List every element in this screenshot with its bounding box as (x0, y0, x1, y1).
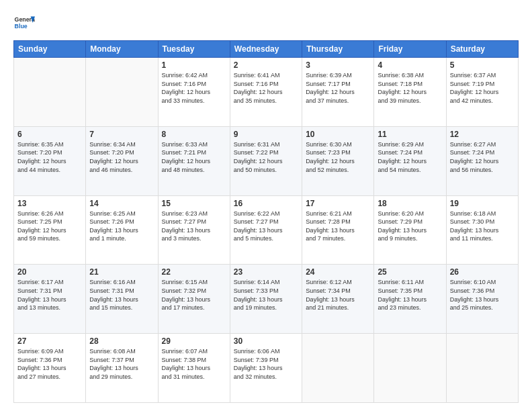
day-number: 7 (89, 130, 154, 139)
day-number: 18 (378, 199, 442, 208)
day-info: Sunrise: 6:34 AM Sunset: 7:20 PM Dayligh… (89, 140, 154, 174)
day-info: Sunrise: 6:38 AM Sunset: 7:18 PM Dayligh… (378, 71, 442, 105)
day-number: 21 (89, 267, 154, 277)
calendar-cell: 29Sunrise: 6:07 AM Sunset: 7:38 PM Dayli… (158, 334, 230, 403)
calendar-cell (302, 334, 374, 403)
day-info: Sunrise: 6:41 AM Sunset: 7:16 PM Dayligh… (234, 71, 298, 105)
calendar-cell: 3Sunrise: 6:39 AM Sunset: 7:17 PM Daylig… (302, 58, 374, 127)
day-number: 19 (450, 199, 515, 208)
calendar-cell: 6Sunrise: 6:35 AM Sunset: 7:20 PM Daylig… (14, 126, 86, 195)
calendar-header-thursday: Thursday (302, 41, 374, 58)
calendar-header-saturday: Saturday (446, 41, 518, 58)
calendar-cell: 8Sunrise: 6:33 AM Sunset: 7:21 PM Daylig… (158, 126, 230, 195)
day-info: Sunrise: 6:27 AM Sunset: 7:24 PM Dayligh… (450, 140, 515, 174)
day-info: Sunrise: 6:31 AM Sunset: 7:22 PM Dayligh… (234, 140, 298, 174)
day-number: 4 (378, 60, 442, 70)
day-info: Sunrise: 6:23 AM Sunset: 7:27 PM Dayligh… (162, 210, 226, 243)
svg-text:Blue: Blue (15, 23, 28, 30)
calendar-header-row: SundayMondayTuesdayWednesdayThursdayFrid… (14, 41, 519, 58)
day-number: 30 (234, 336, 298, 346)
calendar-cell: 17Sunrise: 6:21 AM Sunset: 7:28 PM Dayli… (302, 195, 374, 265)
day-info: Sunrise: 6:06 AM Sunset: 7:39 PM Dayligh… (234, 347, 298, 381)
day-number: 17 (306, 199, 370, 208)
day-info: Sunrise: 6:35 AM Sunset: 7:20 PM Dayligh… (17, 140, 82, 174)
calendar-cell: 18Sunrise: 6:20 AM Sunset: 7:29 PM Dayli… (374, 195, 446, 265)
calendar-cell: 11Sunrise: 6:29 AM Sunset: 7:24 PM Dayli… (374, 126, 446, 195)
calendar-cell: 4Sunrise: 6:38 AM Sunset: 7:18 PM Daylig… (374, 58, 446, 127)
calendar-week-5: 27Sunrise: 6:09 AM Sunset: 7:36 PM Dayli… (14, 334, 519, 403)
calendar-week-3: 13Sunrise: 6:26 AM Sunset: 7:25 PM Dayli… (14, 195, 519, 265)
day-info: Sunrise: 6:26 AM Sunset: 7:25 PM Dayligh… (17, 210, 82, 243)
calendar-week-2: 6Sunrise: 6:35 AM Sunset: 7:20 PM Daylig… (14, 126, 519, 195)
day-number: 9 (234, 130, 298, 139)
calendar-cell: 7Sunrise: 6:34 AM Sunset: 7:20 PM Daylig… (86, 126, 158, 195)
day-info: Sunrise: 6:17 AM Sunset: 7:31 PM Dayligh… (17, 278, 82, 312)
day-info: Sunrise: 6:07 AM Sunset: 7:38 PM Dayligh… (162, 347, 226, 381)
logo: General Blue (13, 12, 35, 34)
calendar-cell (86, 58, 158, 127)
day-info: Sunrise: 6:42 AM Sunset: 7:16 PM Dayligh… (162, 71, 226, 105)
day-info: Sunrise: 6:37 AM Sunset: 7:19 PM Dayligh… (450, 71, 515, 105)
day-number: 26 (450, 267, 515, 277)
calendar-cell: 19Sunrise: 6:18 AM Sunset: 7:30 PM Dayli… (446, 195, 518, 265)
day-number: 22 (162, 267, 226, 277)
calendar-cell: 5Sunrise: 6:37 AM Sunset: 7:19 PM Daylig… (446, 58, 518, 127)
day-number: 28 (89, 336, 154, 346)
day-info: Sunrise: 6:15 AM Sunset: 7:32 PM Dayligh… (162, 278, 226, 312)
calendar-cell: 15Sunrise: 6:23 AM Sunset: 7:27 PM Dayli… (158, 195, 230, 265)
calendar-cell: 24Sunrise: 6:12 AM Sunset: 7:34 PM Dayli… (302, 265, 374, 334)
day-info: Sunrise: 6:10 AM Sunset: 7:36 PM Dayligh… (450, 278, 515, 312)
day-number: 24 (306, 267, 370, 277)
day-number: 5 (450, 60, 515, 70)
day-info: Sunrise: 6:14 AM Sunset: 7:33 PM Dayligh… (234, 278, 298, 312)
calendar-cell: 2Sunrise: 6:41 AM Sunset: 7:16 PM Daylig… (230, 58, 302, 127)
day-number: 11 (378, 130, 442, 139)
calendar-cell: 27Sunrise: 6:09 AM Sunset: 7:36 PM Dayli… (14, 334, 86, 403)
calendar-cell (446, 334, 518, 403)
day-number: 10 (306, 130, 370, 139)
calendar-cell: 12Sunrise: 6:27 AM Sunset: 7:24 PM Dayli… (446, 126, 518, 195)
day-number: 27 (17, 336, 82, 346)
calendar-cell: 23Sunrise: 6:14 AM Sunset: 7:33 PM Dayli… (230, 265, 302, 334)
calendar-cell: 9Sunrise: 6:31 AM Sunset: 7:22 PM Daylig… (230, 126, 302, 195)
header: General Blue (13, 12, 519, 34)
day-info: Sunrise: 6:11 AM Sunset: 7:35 PM Dayligh… (378, 278, 442, 312)
day-info: Sunrise: 6:25 AM Sunset: 7:26 PM Dayligh… (89, 210, 154, 243)
calendar-cell (14, 58, 86, 127)
calendar-header-friday: Friday (374, 41, 446, 58)
day-info: Sunrise: 6:30 AM Sunset: 7:23 PM Dayligh… (306, 140, 370, 174)
day-number: 20 (17, 267, 82, 277)
calendar-week-4: 20Sunrise: 6:17 AM Sunset: 7:31 PM Dayli… (14, 265, 519, 334)
day-number: 14 (89, 199, 154, 208)
day-info: Sunrise: 6:21 AM Sunset: 7:28 PM Dayligh… (306, 210, 370, 243)
day-info: Sunrise: 6:39 AM Sunset: 7:17 PM Dayligh… (306, 71, 370, 105)
logo-icon: General Blue (13, 12, 35, 34)
calendar-cell: 22Sunrise: 6:15 AM Sunset: 7:32 PM Dayli… (158, 265, 230, 334)
day-info: Sunrise: 6:08 AM Sunset: 7:37 PM Dayligh… (89, 347, 154, 381)
day-number: 16 (234, 199, 298, 208)
day-number: 8 (162, 130, 226, 139)
calendar-cell: 14Sunrise: 6:25 AM Sunset: 7:26 PM Dayli… (86, 195, 158, 265)
day-number: 29 (162, 336, 226, 346)
day-info: Sunrise: 6:22 AM Sunset: 7:27 PM Dayligh… (234, 210, 298, 243)
day-number: 3 (306, 60, 370, 70)
day-number: 15 (162, 199, 226, 208)
page: General Blue SundayMondayTuesdayWednesda… (0, 0, 532, 411)
calendar-cell: 13Sunrise: 6:26 AM Sunset: 7:25 PM Dayli… (14, 195, 86, 265)
calendar-cell: 25Sunrise: 6:11 AM Sunset: 7:35 PM Dayli… (374, 265, 446, 334)
day-number: 23 (234, 267, 298, 277)
day-number: 12 (450, 130, 515, 139)
day-info: Sunrise: 6:12 AM Sunset: 7:34 PM Dayligh… (306, 278, 370, 312)
day-info: Sunrise: 6:18 AM Sunset: 7:30 PM Dayligh… (450, 210, 515, 243)
calendar-cell: 16Sunrise: 6:22 AM Sunset: 7:27 PM Dayli… (230, 195, 302, 265)
calendar-cell: 21Sunrise: 6:16 AM Sunset: 7:31 PM Dayli… (86, 265, 158, 334)
calendar-table: SundayMondayTuesdayWednesdayThursdayFrid… (13, 40, 519, 403)
day-info: Sunrise: 6:29 AM Sunset: 7:24 PM Dayligh… (378, 140, 442, 174)
day-number: 6 (17, 130, 82, 139)
calendar-header-wednesday: Wednesday (230, 41, 302, 58)
day-info: Sunrise: 6:09 AM Sunset: 7:36 PM Dayligh… (17, 347, 82, 381)
day-number: 13 (17, 199, 82, 208)
calendar-cell: 26Sunrise: 6:10 AM Sunset: 7:36 PM Dayli… (446, 265, 518, 334)
calendar-cell: 30Sunrise: 6:06 AM Sunset: 7:39 PM Dayli… (230, 334, 302, 403)
day-info: Sunrise: 6:16 AM Sunset: 7:31 PM Dayligh… (89, 278, 154, 312)
